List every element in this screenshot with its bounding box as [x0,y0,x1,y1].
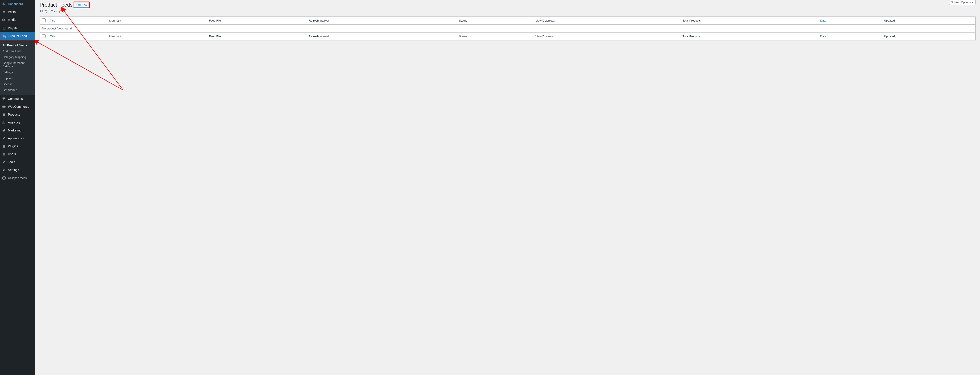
sidebar-item-posts[interactable]: Posts [0,8,35,16]
cart-icon [2,34,6,38]
col-refresh: Refresh Interval [307,17,457,25]
plugin-icon [2,144,6,148]
filter-trash-count: (11) [59,10,64,13]
col-merchant-foot: Merchant [107,33,207,40]
menu-label: Users [8,153,16,156]
annotation-arrows [35,0,167,92]
col-date[interactable]: Date [818,17,882,25]
col-view: View/Download [533,17,681,25]
col-title-foot[interactable]: Title [48,33,107,40]
filter-all-count: (0) [43,10,47,13]
col-view-foot: View/Download [533,33,681,40]
col-updated: Updated [882,17,975,25]
sidebar-item-pages[interactable]: Pages [0,24,35,32]
sidebar-item-comments[interactable]: Comments [0,95,35,103]
menu-label: Analytics [8,121,20,124]
svg-point-1 [4,37,5,38]
col-title[interactable]: Title [48,17,107,25]
submenu-google-merchant[interactable]: Google Merchant Settings [0,60,35,69]
admin-sidebar: Dashboard Posts Media Pages Product Feed… [0,0,35,375]
col-total: Total Products [680,17,818,25]
col-refresh-foot: Refresh Interval [307,33,457,40]
col-status-foot: Status [457,33,533,40]
submenu-settings[interactable]: Settings [0,69,35,75]
collapse-icon [2,176,6,180]
submenu-support[interactable]: Support [0,75,35,81]
menu-label: Tools [8,160,15,164]
sidebar-item-settings[interactable]: Settings [0,166,35,174]
menu-label: Comments [8,97,23,100]
col-date-foot[interactable]: Date [818,33,882,40]
col-status: Status [457,17,533,25]
col-feed-file-foot: Feed File [207,33,307,40]
menu-label: Pages [8,26,17,29]
sidebar-item-marketing[interactable]: Marketing [0,126,35,134]
sidebar-item-tools[interactable]: Tools [0,158,35,166]
menu-label: Posts [8,10,16,14]
svg-point-8 [2,176,5,180]
brush-icon [2,136,6,140]
submenu-add-new[interactable]: Add New Feed [0,48,35,54]
sidebar-submenu: All Product Feeds Add New Feed Category … [0,40,35,95]
sidebar-item-woocommerce[interactable]: WooCommerce [0,103,35,111]
svg-point-6 [4,170,5,170]
users-icon [2,152,6,156]
sidebar-item-media[interactable]: Media [0,16,35,24]
select-all-checkbox-foot[interactable] [42,34,46,38]
tools-icon [2,160,6,164]
collapse-label: Collapse menu [8,176,27,180]
menu-label: Media [8,18,16,22]
feeds-table: Title Merchant Feed File Refresh Interva… [40,16,975,40]
woo-icon [2,105,6,109]
media-icon [2,17,6,22]
svg-point-2 [5,37,6,38]
menu-label: Dashboard [8,2,23,6]
svg-point-0 [2,19,5,21]
sidebar-item-products[interactable]: Products [0,111,35,119]
sidebar-item-users[interactable]: Users [0,150,35,158]
menu-label: Appearance [8,137,25,140]
svg-point-5 [3,169,4,170]
pin-icon [2,10,6,14]
filter-trash[interactable]: Trash [51,10,58,13]
col-total-foot: Total Products [680,33,818,40]
col-updated-foot: Updated [882,33,975,40]
menu-label: Plugins [8,145,18,148]
comment-icon [2,97,6,101]
sidebar-item-product-feed[interactable]: Product Feed [0,32,35,40]
col-merchant: Merchant [107,17,207,25]
select-all-checkbox[interactable] [42,19,46,22]
dashboard-icon [2,2,6,6]
analytics-icon [2,120,6,125]
page-title: Product Feeds [40,2,73,8]
menu-label: WooCommerce [8,105,29,108]
svg-point-7 [3,170,4,171]
submenu-license[interactable]: License [0,81,35,87]
pages-icon [2,25,6,30]
screen-options-toggle[interactable]: Screen Options [949,0,975,5]
archive-icon [2,112,6,117]
empty-message: No product feeds found. [40,25,975,33]
submenu-all-feeds[interactable]: All Product Feeds [0,42,35,48]
svg-point-4 [3,153,5,154]
svg-rect-3 [2,106,5,108]
main-content: Screen Options Product Feeds Add New All… [35,0,980,375]
sidebar-item-analytics[interactable]: Analytics [0,119,35,126]
svg-line-10 [37,42,123,90]
sidebar-item-appearance[interactable]: Appearance [0,134,35,142]
sidebar-item-plugins[interactable]: Plugins [0,142,35,150]
menu-label: Product Feed [8,34,27,38]
submenu-get-started[interactable]: Get Started [0,87,35,93]
menu-label: Settings [8,168,19,172]
sidebar-item-dashboard[interactable]: Dashboard [0,0,35,8]
settings-icon [2,168,6,172]
col-feed-file: Feed File [207,17,307,25]
submenu-category-mapping[interactable]: Category Mapping [0,54,35,60]
menu-label: Marketing [8,129,21,132]
megaphone-icon [2,128,6,133]
menu-label: Products [8,113,20,116]
filter-all[interactable]: All [40,10,43,13]
filter-links: All (0) | Trash (11) [40,10,975,13]
add-new-button[interactable]: Add New [74,2,89,8]
collapse-menu[interactable]: Collapse menu [0,174,35,182]
